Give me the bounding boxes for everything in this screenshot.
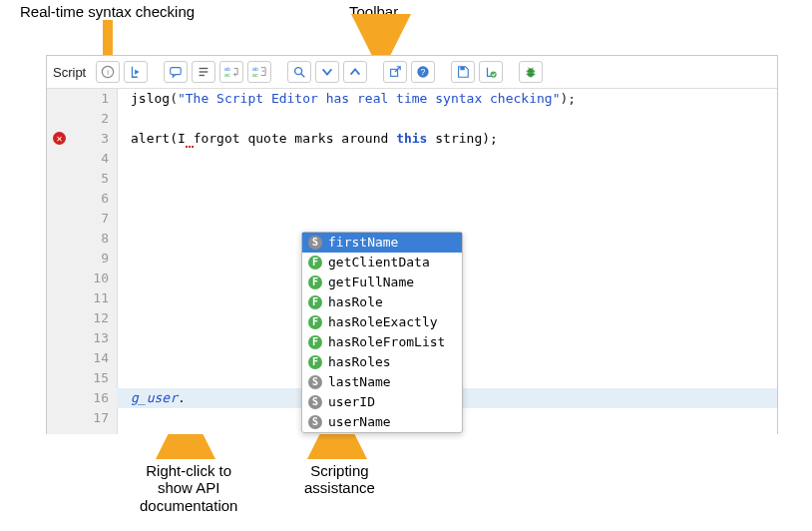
- annotation-api-doc: Right-click to show API documentation: [140, 462, 237, 514]
- autocomplete-item[interactable]: FgetFullName: [302, 272, 462, 292]
- string-type-icon: S: [308, 395, 322, 409]
- annotation-scripting: Scripting assistance: [304, 462, 375, 497]
- autocomplete-popup[interactable]: SfirstNameFgetClientDataFgetFullNameFhas…: [301, 232, 463, 433]
- question-icon[interactable]: ?: [411, 61, 435, 83]
- function-type-icon: F: [308, 355, 322, 369]
- autocomplete-label: firstName: [328, 233, 398, 253]
- editor-label: Script: [53, 65, 86, 80]
- gutter-line: 1: [47, 89, 117, 109]
- autocomplete-label: userID: [328, 392, 375, 412]
- function-type-icon: F: [308, 295, 322, 309]
- macro-icon[interactable]: [124, 61, 148, 83]
- autocomplete-item[interactable]: FgetClientData: [302, 253, 462, 272]
- format-icon[interactable]: [192, 61, 215, 83]
- gutter-line: 11: [47, 288, 117, 308]
- gutter-line: 7: [47, 209, 117, 229]
- gutter-line: 12: [47, 308, 117, 328]
- svg-rect-21: [461, 67, 465, 71]
- annotation-toolbar: Toolbar: [349, 3, 398, 20]
- code-line[interactable]: [117, 149, 777, 169]
- svg-text:i: i: [107, 68, 109, 77]
- svg-text:ac: ac: [252, 72, 258, 78]
- annotation-syntax-check: Real-time syntax checking: [20, 3, 195, 20]
- string-type-icon: S: [308, 236, 322, 250]
- code-line[interactable]: [117, 189, 777, 209]
- gutter-line: 14: [47, 348, 117, 368]
- replace-all-icon[interactable]: abac: [247, 61, 271, 83]
- autocomplete-label: hasRoleExactly: [328, 312, 438, 332]
- error-icon: ✕: [53, 132, 66, 145]
- svg-point-22: [491, 72, 497, 78]
- gutter-line: 15: [47, 368, 117, 388]
- gutter-line: 8: [47, 229, 117, 249]
- autocomplete-item[interactable]: SuserID: [302, 392, 462, 412]
- gutter-line: 4: [47, 149, 117, 169]
- chevron-up-icon[interactable]: [343, 61, 367, 83]
- autocomplete-item[interactable]: SuserName: [302, 412, 462, 432]
- gutter-line: 13: [47, 328, 117, 348]
- gutter-line: 6: [47, 189, 117, 209]
- autocomplete-item[interactable]: FhasRoles: [302, 352, 462, 372]
- gutter-line: 16: [47, 388, 117, 408]
- replace-icon[interactable]: abac: [219, 61, 243, 83]
- gutter-line: 17: [47, 408, 117, 428]
- validate-icon[interactable]: [479, 61, 503, 83]
- function-type-icon: F: [308, 275, 322, 289]
- gutter-line: 3✕: [47, 129, 117, 149]
- popout-icon[interactable]: [383, 61, 407, 83]
- svg-text:ab: ab: [224, 66, 230, 72]
- autocomplete-item[interactable]: FhasRole: [302, 292, 462, 312]
- autocomplete-label: hasRole: [328, 292, 383, 312]
- svg-text:ac: ac: [224, 72, 230, 78]
- code-line[interactable]: [117, 169, 777, 189]
- save-icon[interactable]: [451, 61, 475, 83]
- gutter-line: 10: [47, 268, 117, 288]
- svg-text:ab: ab: [252, 66, 258, 72]
- function-type-icon: F: [308, 335, 322, 349]
- autocomplete-item[interactable]: FhasRoleFromList: [302, 332, 462, 352]
- code-line[interactable]: [117, 209, 777, 229]
- gutter-line: 5: [47, 169, 117, 189]
- svg-text:?: ?: [421, 67, 426, 77]
- code-line[interactable]: alert(I forgot quote marks around this s…: [117, 129, 777, 149]
- string-type-icon: S: [308, 375, 322, 389]
- autocomplete-label: getFullName: [328, 272, 414, 292]
- autocomplete-item[interactable]: SfirstName: [302, 233, 462, 253]
- string-type-icon: S: [308, 415, 322, 429]
- gutter: 123✕4567891011121314151617: [47, 89, 118, 434]
- function-type-icon: F: [308, 315, 322, 329]
- function-type-icon: F: [308, 256, 322, 269]
- editor-toolbar: Script iabacabac?: [47, 56, 777, 89]
- code-line[interactable]: [117, 109, 777, 129]
- svg-rect-8: [171, 68, 182, 75]
- autocomplete-label: hasRoleFromList: [328, 332, 445, 352]
- autocomplete-label: lastName: [328, 372, 391, 392]
- gutter-line: 9: [47, 249, 117, 268]
- gutter-line: 2: [47, 109, 117, 129]
- debug-icon[interactable]: [519, 61, 543, 83]
- help-circle-icon[interactable]: i: [96, 61, 120, 83]
- autocomplete-label: hasRoles: [328, 352, 391, 372]
- comment-icon[interactable]: [164, 61, 188, 83]
- code-line[interactable]: jslog("The Script Editor has real time s…: [117, 89, 777, 109]
- search-icon[interactable]: [287, 61, 311, 83]
- arrow-toolbar: [369, 20, 393, 58]
- autocomplete-item[interactable]: SlastName: [302, 372, 462, 392]
- svg-line-17: [301, 74, 305, 78]
- svg-point-16: [295, 68, 302, 75]
- autocomplete-item[interactable]: FhasRoleExactly: [302, 312, 462, 332]
- chevron-down-icon[interactable]: [315, 61, 339, 83]
- autocomplete-label: getClientData: [328, 253, 430, 272]
- autocomplete-label: userName: [328, 412, 391, 432]
